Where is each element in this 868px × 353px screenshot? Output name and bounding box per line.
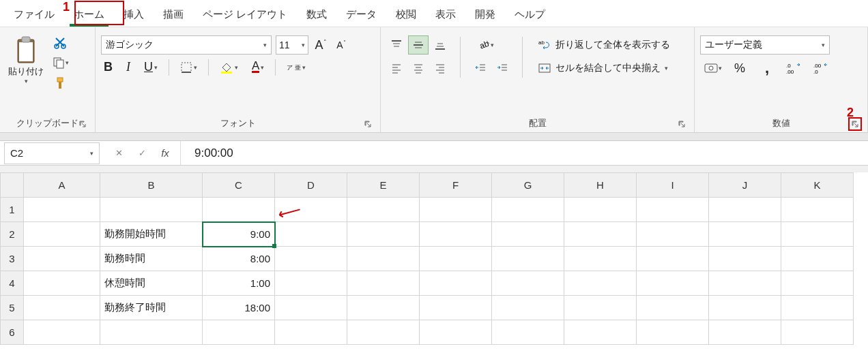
cell[interactable] [275,271,347,296]
row-header-5[interactable]: 5 [1,296,24,320]
cell[interactable] [203,198,275,222]
col-header-G[interactable]: G [492,173,564,198]
cell[interactable] [420,222,492,247]
merge-center-button[interactable]: セルを結合して中央揃え ▾ [532,59,676,78]
cell[interactable] [24,247,100,271]
cell[interactable] [347,320,420,345]
align-middle-button[interactable] [408,35,429,55]
cell[interactable] [275,222,347,247]
tab-page-layout[interactable]: ページ レイアウト [193,1,297,27]
fill-color-button[interactable]: ▾ [217,59,241,76]
row-header-1[interactable]: 1 [1,198,24,222]
cell[interactable] [781,247,854,271]
cell[interactable] [781,222,854,247]
cell[interactable] [709,271,781,296]
orientation-button[interactable]: ab ▾ [470,35,500,55]
italic-button[interactable]: I [124,59,133,76]
cell[interactable] [420,271,492,296]
align-right-button[interactable] [430,59,450,78]
cell[interactable] [347,271,420,296]
align-top-button[interactable] [386,35,407,55]
align-bottom-button[interactable] [430,35,450,55]
font-family-select[interactable]: 游ゴシック▾ [101,35,272,55]
accounting-format-button[interactable]: ▾ [700,59,725,78]
tab-file[interactable]: ファイル [4,1,64,27]
decrease-decimal-button[interactable]: .00.0 [809,59,834,78]
row-header-2[interactable]: 2 [1,222,24,247]
cell[interactable] [275,296,347,320]
cell[interactable] [781,320,854,345]
wrap-text-button[interactable]: ab 折り返して全体を表示する [532,35,676,55]
cell[interactable] [564,198,637,222]
cell[interactable] [275,198,347,222]
cell[interactable] [564,320,637,345]
col-header-K[interactable]: K [781,173,854,198]
insert-function-button[interactable]: fx [157,145,173,162]
tab-formulas[interactable]: 数式 [297,1,336,27]
select-all-corner[interactable] [1,173,24,198]
cell[interactable] [637,320,709,345]
dialog-launcher-clipboard[interactable] [77,119,88,129]
formula-bar[interactable]: 9:00:00 [180,141,868,165]
col-header-H[interactable]: H [564,173,637,198]
cell[interactable] [347,296,420,320]
cell[interactable]: 8:00 [203,247,275,271]
tab-insert[interactable]: 挿入 [114,1,154,27]
increase-decimal-button[interactable]: .0.00 [782,59,807,78]
cell[interactable] [492,247,564,271]
cell[interactable] [781,271,854,296]
cell-active[interactable]: 9:00 [203,222,275,247]
cell[interactable]: 勤務開始時間 [100,222,203,247]
cell[interactable] [24,222,100,247]
cell[interactable]: 勤務終了時間 [100,296,203,320]
cell[interactable] [420,320,492,345]
cell[interactable] [420,198,492,222]
cut-button[interactable] [50,34,70,50]
cell[interactable] [492,296,564,320]
cell[interactable] [781,198,854,222]
increase-indent-button[interactable] [492,59,512,78]
col-header-I[interactable]: I [637,173,709,198]
cell[interactable] [492,198,564,222]
cell[interactable] [637,222,709,247]
cell[interactable] [347,247,420,271]
col-header-A[interactable]: A [24,173,100,198]
col-header-F[interactable]: F [420,173,492,198]
cell[interactable] [24,320,100,345]
col-header-D[interactable]: D [275,173,347,198]
cell[interactable] [100,320,203,345]
format-painter-button[interactable] [50,75,70,91]
tab-review[interactable]: 校閲 [386,1,426,27]
cell[interactable] [564,247,637,271]
cell[interactable] [781,296,854,320]
confirm-edit-button[interactable]: ✓ [134,145,150,162]
align-left-button[interactable] [386,59,407,78]
underline-button[interactable]: U▾ [141,59,160,76]
cell[interactable] [347,198,420,222]
comma-button[interactable]: , [755,59,779,78]
border-button[interactable]: ▾ [177,60,200,75]
dialog-launcher-number[interactable] [850,119,860,129]
font-size-select[interactable]: 11▾ [276,35,308,55]
percent-button[interactable]: % [727,59,752,78]
cancel-edit-button[interactable]: ✕ [111,145,127,162]
name-box[interactable]: C2▾ [4,142,100,164]
align-center-button[interactable] [408,59,429,78]
cell[interactable] [564,222,637,247]
row-header-3[interactable]: 3 [1,247,24,271]
dialog-launcher-alignment[interactable] [676,119,687,129]
decrease-indent-button[interactable] [470,59,491,78]
col-header-J[interactable]: J [709,173,781,198]
cell[interactable] [492,271,564,296]
increase-font-button[interactable]: A˄ [313,37,329,53]
cell[interactable] [24,198,100,222]
col-header-E[interactable]: E [347,173,420,198]
bold-button[interactable]: B [101,59,115,76]
dialog-launcher-font[interactable] [362,119,373,129]
cell[interactable] [420,296,492,320]
number-format-select[interactable]: ユーザー定義▾ [700,35,830,55]
copy-button[interactable]: ▾ [50,55,70,71]
tab-home[interactable]: ホーム [64,1,114,27]
font-color-button[interactable]: A ▾ [249,60,267,74]
cell[interactable] [420,247,492,271]
